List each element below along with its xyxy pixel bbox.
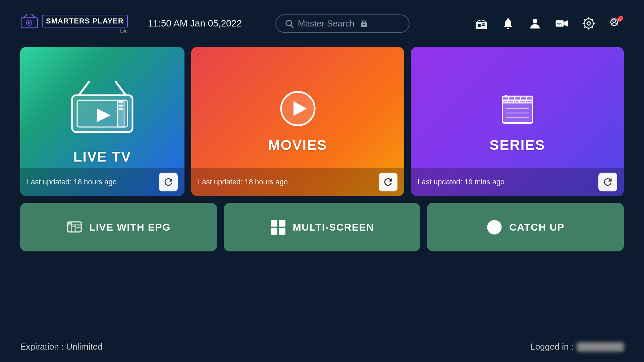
refresh-icon xyxy=(382,176,394,188)
svg-marker-14 xyxy=(564,20,568,26)
svg-line-6 xyxy=(291,25,293,27)
search-placeholder: Master Search xyxy=(298,18,355,29)
svg-rect-50 xyxy=(271,220,277,227)
movies-updated: Last updated: 18 hours ago xyxy=(198,178,288,186)
logged-in-section: Logged in : xyxy=(530,342,624,352)
live-tv-refresh-button[interactable] xyxy=(159,173,178,191)
logged-in-username xyxy=(577,342,624,352)
catchup-icon xyxy=(486,219,502,235)
main-content: LIVE TV Last updated: 18 hours ago MOVIE… xyxy=(0,47,644,251)
profile-button[interactable]: +1 xyxy=(607,15,624,32)
svg-rect-10 xyxy=(482,23,485,24)
epg-icon xyxy=(66,219,83,235)
nav-icons: REC +1 xyxy=(473,15,624,32)
live-tv-label: LIVE TV xyxy=(73,149,131,165)
svg-rect-33 xyxy=(502,100,533,123)
logo-text: SMARTERS PLAYER xyxy=(42,15,128,27)
svg-text:+1: +1 xyxy=(618,18,621,21)
series-footer: Last updated: 19 mins ago xyxy=(411,168,624,196)
refresh-icon xyxy=(602,176,613,188)
movies-refresh-button[interactable] xyxy=(379,173,397,191)
svg-rect-29 xyxy=(118,105,123,107)
multi-screen-card[interactable]: MULTI-SCREEN xyxy=(224,203,421,251)
notifications-button[interactable] xyxy=(500,15,517,32)
record-icon: REC xyxy=(555,17,569,30)
logged-in-label: Logged in : xyxy=(530,342,574,352)
live-epg-label: LIVE WITH EPG xyxy=(89,222,171,233)
series-refresh-button[interactable] xyxy=(598,173,617,191)
lock-icon xyxy=(360,19,368,27)
svg-text:REC: REC xyxy=(557,22,562,25)
top-cards-row: LIVE TV Last updated: 18 hours ago MOVIE… xyxy=(20,47,624,196)
movies-card[interactable]: MOVIES Last updated: 18 hours ago xyxy=(191,47,404,196)
live-tv-footer: Last updated: 18 hours ago xyxy=(20,168,184,196)
svg-rect-47 xyxy=(68,223,71,224)
record-button[interactable]: REC xyxy=(553,15,570,32)
multi-screen-label: MULTI-SCREEN xyxy=(293,222,374,233)
svg-rect-7 xyxy=(476,22,487,29)
expiration-text: Expiration : Unlimited xyxy=(20,342,103,352)
live-tv-icon xyxy=(65,78,139,139)
search-icon xyxy=(284,19,294,28)
bottom-cards-row: LIVE WITH EPG MULTI-SCREEN CATCH UP xyxy=(20,203,624,251)
live-epg-card[interactable]: LIVE WITH EPG xyxy=(20,203,217,251)
series-updated: Last updated: 19 mins ago xyxy=(418,178,504,186)
datetime: 11:50 AM Jan 05,2022 xyxy=(148,18,242,29)
movies-footer: Last updated: 18 hours ago xyxy=(191,168,404,196)
svg-rect-28 xyxy=(118,101,123,103)
svg-rect-11 xyxy=(482,25,485,26)
settings-icon xyxy=(582,17,595,30)
svg-rect-52 xyxy=(271,228,277,235)
svg-rect-48 xyxy=(72,226,75,227)
footer: Expiration : Unlimited Logged in : xyxy=(20,342,624,352)
svg-marker-4 xyxy=(28,21,31,24)
logo-container: SMARTERS PLAYER Lite xyxy=(20,14,128,34)
svg-rect-53 xyxy=(279,228,285,235)
bell-icon xyxy=(501,17,515,30)
radio-icon xyxy=(475,17,488,30)
catch-up-label: CATCH UP xyxy=(509,222,565,233)
logo-top: SMARTERS PLAYER xyxy=(20,14,128,29)
movies-label: MOVIES xyxy=(268,137,327,153)
svg-point-16 xyxy=(587,22,590,25)
search-bar[interactable]: Master Search xyxy=(275,14,410,33)
svg-point-39 xyxy=(504,95,507,98)
svg-line-1 xyxy=(32,14,35,18)
radio-button[interactable] xyxy=(473,15,490,32)
svg-line-0 xyxy=(23,14,27,18)
series-label: SERIES xyxy=(489,137,545,153)
series-card[interactable]: SERIES Last updated: 19 mins ago xyxy=(411,47,624,196)
svg-point-19 xyxy=(613,20,615,22)
live-tv-updated: Last updated: 18 hours ago xyxy=(27,178,117,186)
svg-rect-49 xyxy=(76,227,80,228)
settings-button[interactable] xyxy=(580,15,597,32)
multi-screen-icon xyxy=(270,219,286,235)
profile-icon: +1 xyxy=(609,17,622,30)
logo-tv-icon xyxy=(20,14,39,29)
svg-rect-30 xyxy=(118,108,123,110)
svg-line-23 xyxy=(116,82,126,95)
svg-point-12 xyxy=(533,19,537,23)
svg-point-9 xyxy=(478,24,481,27)
user-icon xyxy=(528,17,542,30)
svg-rect-51 xyxy=(279,220,285,227)
logo-lite: Lite xyxy=(120,28,128,34)
movies-play-icon xyxy=(279,90,316,127)
catch-up-card[interactable]: CATCH UP xyxy=(427,203,624,251)
header: SMARTERS PLAYER Lite 11:50 AM Jan 05,202… xyxy=(0,0,644,47)
svg-rect-27 xyxy=(117,100,124,127)
live-tv-card[interactable]: LIVE TV Last updated: 18 hours ago xyxy=(20,47,184,196)
refresh-icon xyxy=(163,176,174,188)
svg-line-22 xyxy=(79,82,89,95)
user-button[interactable] xyxy=(527,15,543,32)
series-clapper-icon xyxy=(499,90,536,127)
